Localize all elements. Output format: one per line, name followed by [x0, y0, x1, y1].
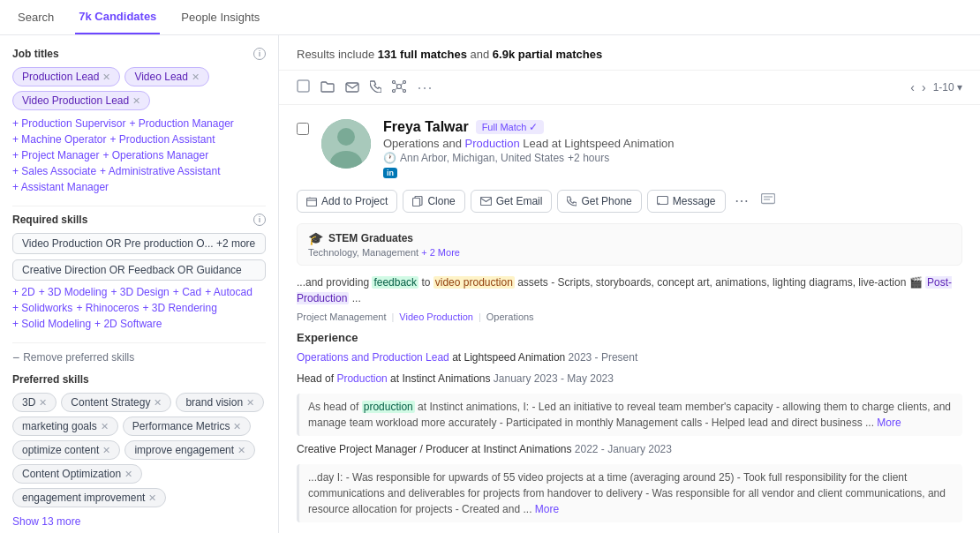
svg-rect-1	[346, 83, 358, 92]
suggest-operations-manager[interactable]: Operations Manager	[102, 149, 208, 161]
exp-role-2: Head of Production at Instinct Animation…	[297, 372, 962, 385]
pref-tag-optimize-content[interactable]: optimize content ✕	[12, 440, 120, 460]
suggest-2d-software[interactable]: 2D Software	[94, 318, 162, 330]
avatar-image	[321, 119, 371, 169]
remove-pref-brand-vision[interactable]: ✕	[246, 397, 254, 409]
more-options-icon[interactable]: ⋯	[417, 78, 433, 97]
get-email-button[interactable]: Get Email	[471, 190, 553, 213]
pref-tag-improve-engagement[interactable]: improve engagement ✕	[124, 440, 255, 460]
suggest-solidworks[interactable]: Solidworks	[12, 302, 72, 314]
remove-title-video-production-lead[interactable]: ✕	[132, 95, 140, 107]
avatar-svg	[321, 119, 371, 169]
suggest-machine-operator[interactable]: Machine Operator	[12, 133, 106, 146]
suggest-autocad[interactable]: Autocad	[205, 286, 253, 298]
experience-section-title: Experience	[297, 331, 962, 344]
skills-tag-video-production[interactable]: Video Production OR Pre production O... …	[12, 233, 266, 254]
message-icon	[657, 196, 668, 206]
company-tags: Technology, Management + 2 More	[308, 247, 951, 258]
nav-search[interactable]: Search	[14, 0, 57, 34]
suggest-production-supervisor[interactable]: Production Supervisor	[12, 117, 125, 130]
mail-icon[interactable]	[345, 80, 359, 95]
suggest-2d[interactable]: 2D	[12, 286, 35, 298]
svg-point-12	[337, 128, 355, 146]
job-titles-info-icon[interactable]: i	[253, 48, 266, 60]
add-to-project-button[interactable]: Add to Project	[297, 190, 397, 213]
required-skills-heading: Required skills i	[12, 214, 266, 226]
full-matches-count: 131 full matches	[378, 48, 467, 61]
nav-candidates[interactable]: 7k Candidates	[75, 0, 160, 34]
pref-tag-marketing-goals[interactable]: marketing goals ✕	[12, 417, 118, 436]
exp-role-2-company: at Instinct Animations	[390, 372, 490, 385]
remove-pref-performance-metrics[interactable]: ✕	[233, 421, 241, 432]
remove-title-production-lead[interactable]: ✕	[102, 71, 110, 83]
folder-icon[interactable]	[320, 80, 335, 95]
pagination-range[interactable]: 1-10 ▾	[933, 81, 962, 94]
title-tag-production-lead[interactable]: Production Lead ✕	[12, 67, 120, 86]
svg-rect-19	[761, 193, 774, 203]
pref-tag-3d[interactable]: 3D ✕	[12, 393, 57, 412]
more-link-2[interactable]: More	[535, 503, 559, 515]
production-hl: production	[362, 401, 415, 413]
remove-pref-engagement-improvement[interactable]: ✕	[148, 492, 156, 504]
company-more-link[interactable]: + 2 More	[421, 247, 460, 258]
title-tag-video-production-lead[interactable]: Video Production Lead ✕	[12, 91, 150, 110]
suggest-3d-modeling[interactable]: 3D Modeling	[39, 286, 108, 298]
action-buttons-row: Add to Project Clone Get Email Get Phone…	[297, 189, 962, 213]
check-icon: ✓	[529, 121, 538, 133]
results-toolbar: ⋯ ‹ › 1-10 ▾	[279, 71, 980, 105]
remove-preferred-skills[interactable]: Remove preferred skills	[12, 350, 266, 364]
more-link-1[interactable]: More	[877, 417, 901, 429]
required-skills-info-icon[interactable]: i	[253, 214, 266, 226]
right-panel: Results include 131 full matches and 6.9…	[279, 35, 980, 533]
candidate-checkbox[interactable]	[297, 123, 309, 135]
title-tag-video-lead[interactable]: Video Lead ✕	[124, 67, 209, 86]
pagination-next[interactable]: ›	[922, 80, 926, 94]
nav-people-insights[interactable]: People Insights	[177, 0, 263, 34]
suggest-solid-modeling[interactable]: Solid Modeling	[12, 318, 91, 330]
exp-desc-3: ...day I: - Was responsible for upwards …	[308, 469, 954, 517]
exp-item-3-desc: ...day I: - Was responsible for upwards …	[297, 464, 962, 522]
job-titles-heading: Job titles i	[12, 48, 266, 60]
preferred-skills-section: Preferred skills 3D ✕ Content Strategy ✕…	[12, 373, 266, 533]
suggest-3d-rendering[interactable]: 3D Rendering	[142, 302, 216, 314]
remove-pref-content-optimization[interactable]: ✕	[124, 469, 132, 480]
suggest-administrative-assistant[interactable]: Administrative Assistant	[100, 165, 220, 177]
show-more-preferred[interactable]: Show 13 more	[12, 515, 80, 528]
checkbox-all-icon[interactable]	[297, 79, 310, 95]
pref-tag-content-optimization[interactable]: Content Optimization ✕	[12, 464, 142, 484]
linkedin-badge[interactable]: in	[383, 168, 397, 178]
suggest-cad[interactable]: Cad	[173, 286, 201, 298]
skills-tag-creative-direction[interactable]: Creative Direction OR Feedback OR Guidan…	[12, 259, 266, 281]
suggest-3d-design[interactable]: 3D Design	[110, 286, 169, 298]
network-icon[interactable]	[392, 80, 406, 95]
suggest-production-assistant[interactable]: Production Assistant	[109, 133, 215, 146]
suggest-project-manager[interactable]: Project Manager	[12, 149, 99, 161]
suggest-rhinoceros[interactable]: Rhinoceros	[76, 302, 139, 314]
suggest-production-manager[interactable]: Production Manager	[129, 117, 233, 130]
get-phone-button[interactable]: Get Phone	[557, 190, 641, 213]
svg-rect-0	[298, 80, 309, 92]
pref-tag-brand-vision[interactable]: brand vision ✕	[176, 393, 264, 412]
remove-pref-marketing-goals[interactable]: ✕	[101, 421, 109, 432]
full-match-badge: Full Match ✓	[476, 120, 545, 134]
folder-add-icon	[306, 196, 317, 206]
suggest-sales-associate[interactable]: Sales Associate	[12, 165, 96, 177]
pagination-prev[interactable]: ‹	[910, 80, 915, 94]
pref-tag-performance-metrics[interactable]: Performance Metrics ✕	[123, 417, 252, 436]
pref-tag-engagement-improvement[interactable]: engagement improvement ✕	[12, 488, 166, 507]
remove-title-video-lead[interactable]: ✕	[192, 71, 200, 83]
more-actions-icon[interactable]: ⋯	[731, 189, 752, 213]
candidate-card: Freya Talwar Full Match ✓ Operations and…	[279, 105, 980, 533]
message-button[interactable]: Message	[647, 190, 726, 213]
pref-tag-content-strategy[interactable]: Content Strategy ✕	[61, 393, 171, 412]
quick-message-icon[interactable]	[758, 190, 779, 213]
suggest-assistant-manager[interactable]: Assistant Manager	[12, 181, 109, 193]
remove-pref-optimize-content[interactable]: ✕	[102, 445, 110, 456]
remove-pref-3d[interactable]: ✕	[39, 397, 47, 409]
phone-icon[interactable]	[370, 80, 381, 95]
remove-pref-improve-engagement[interactable]: ✕	[237, 445, 245, 456]
clone-button[interactable]: Clone	[403, 190, 464, 213]
tag-operations: Operations	[486, 312, 534, 322]
remove-pref-content-strategy[interactable]: ✕	[154, 397, 162, 409]
exp-item-2: Head of Production at Instinct Animation…	[297, 372, 962, 385]
